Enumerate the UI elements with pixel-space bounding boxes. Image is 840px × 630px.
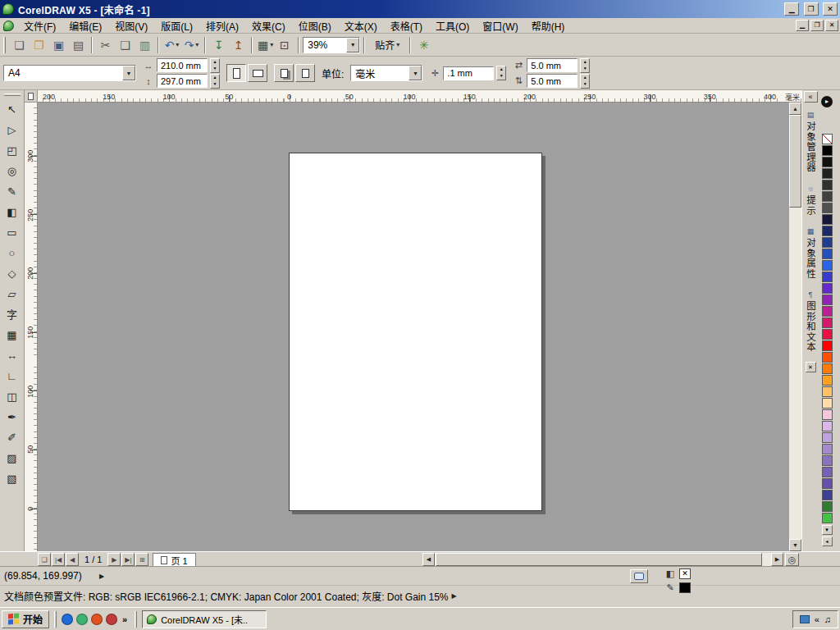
menu-item[interactable]: 视图(V): [108, 17, 154, 34]
zoom-dropdown-arrow-icon[interactable]: ▼: [346, 38, 359, 52]
paper-height-spinner[interactable]: ▲▼: [210, 74, 220, 89]
welcome-screen-button[interactable]: ⊡: [276, 35, 294, 54]
quick-launch-firefox-icon[interactable]: [91, 614, 103, 625]
crop-tool[interactable]: ◰: [2, 140, 23, 161]
ellipse-tool[interactable]: ○: [2, 243, 23, 263]
freehand-tool[interactable]: ✎: [2, 181, 23, 202]
menu-item[interactable]: 效果(C): [245, 17, 292, 34]
zoom-tool[interactable]: ◎: [2, 161, 23, 181]
quick-launch-browser-icon[interactable]: [62, 614, 73, 625]
toolbox-grip[interactable]: [4, 94, 21, 96]
rectangle-tool[interactable]: ▭: [2, 222, 23, 243]
page-tab[interactable]: 页 1: [153, 553, 195, 567]
apply-to-current-page-button[interactable]: [295, 64, 315, 82]
palette-color-swatch[interactable]: [822, 467, 833, 477]
connector-tool[interactable]: ∟: [2, 366, 23, 386]
menu-item[interactable]: 编辑(E): [62, 17, 108, 34]
minimize-button[interactable]: ▁: [784, 2, 799, 16]
nudge-field[interactable]: .1 mm: [443, 66, 494, 80]
preset-dropdown-arrow-icon[interactable]: ▼: [122, 66, 135, 80]
restore-button[interactable]: ❐: [804, 2, 819, 16]
document-minimize-button[interactable]: ▁: [796, 20, 809, 31]
menu-item[interactable]: 帮助(H): [525, 17, 572, 34]
paper-width-spinner[interactable]: ▲▼: [210, 58, 220, 73]
vertical-ruler[interactable]: 300250200150100500: [25, 103, 38, 551]
start-button[interactable]: 开始: [2, 610, 49, 628]
docker-tab-hints[interactable]: ☼ 提示: [804, 185, 817, 216]
palette-color-swatch[interactable]: [822, 501, 833, 512]
scroll-down-button[interactable]: ▼: [789, 539, 801, 551]
palette-color-swatch[interactable]: [822, 386, 833, 397]
scroll-left-button[interactable]: ◀: [422, 553, 435, 566]
palette-scroll-down-button[interactable]: ▼: [822, 525, 833, 535]
palette-color-swatch[interactable]: [822, 180, 833, 190]
palette-color-swatch[interactable]: [822, 340, 833, 351]
document-close-button[interactable]: ✕: [825, 20, 838, 31]
nudge-spinner[interactable]: ▲▼: [496, 66, 506, 80]
duplicate-y-field[interactable]: 5.0 mm: [527, 74, 578, 88]
outline-pen-tool[interactable]: ✐: [2, 427, 23, 448]
palette-color-swatch[interactable]: [822, 409, 833, 420]
palette-color-swatch[interactable]: [822, 191, 833, 202]
quick-launch-overflow-button[interactable]: »: [120, 614, 130, 624]
landscape-button[interactable]: [248, 64, 267, 82]
menu-item[interactable]: 位图(B): [292, 17, 338, 34]
application-launcher-button[interactable]: ▦▾: [256, 35, 275, 54]
palette-color-swatch[interactable]: [822, 513, 833, 523]
palette-color-swatch[interactable]: [822, 283, 833, 294]
palette-color-swatch[interactable]: [822, 317, 833, 328]
palette-color-swatch[interactable]: [822, 478, 833, 489]
quick-launch-mail-icon[interactable]: [106, 614, 117, 625]
palette-color-swatch[interactable]: [822, 306, 833, 317]
paper-height-field[interactable]: 297.0 mm: [157, 74, 208, 88]
palette-color-swatch[interactable]: [822, 455, 833, 466]
interactive-fill-tool[interactable]: ▧: [2, 468, 23, 489]
color-proof-button[interactable]: [630, 569, 648, 583]
palette-color-swatch[interactable]: [822, 294, 833, 305]
palette-color-swatch[interactable]: [822, 157, 833, 167]
duplicate-x-field[interactable]: 5.0 mm: [527, 58, 578, 72]
palette-color-swatch[interactable]: [822, 237, 833, 248]
drawing-canvas[interactable]: [38, 103, 789, 551]
export-button[interactable]: ↥: [229, 35, 248, 54]
paper-width-field[interactable]: 210.0 mm: [157, 58, 208, 72]
menu-item[interactable]: 文本(X): [338, 17, 384, 34]
smart-fill-tool[interactable]: ◧: [2, 202, 23, 222]
palette-color-swatch[interactable]: [822, 203, 833, 213]
last-page-button[interactable]: ▶|: [121, 553, 135, 566]
horizontal-ruler[interactable]: 20015010050050100150200250300350400 毫米: [38, 90, 801, 103]
zoom-level-combobox[interactable]: 39% ▼: [303, 37, 360, 53]
palette-flyout-button[interactable]: ◂: [822, 536, 833, 546]
paste-button[interactable]: ▥: [135, 35, 154, 54]
options-button[interactable]: ✳: [414, 35, 433, 54]
document-page[interactable]: [289, 153, 542, 511]
copy-button[interactable]: ❑: [116, 35, 135, 54]
docker-collapse-button[interactable]: «: [804, 91, 818, 103]
cut-button[interactable]: ✂: [96, 35, 115, 54]
color-eyedropper-tool[interactable]: ✒: [2, 407, 23, 427]
toolbar-grip[interactable]: [3, 37, 6, 53]
vertical-scroll-track[interactable]: [789, 115, 801, 539]
docker-close-button[interactable]: ✕: [806, 362, 816, 372]
navigator-button[interactable]: ◎: [785, 553, 799, 566]
palette-color-swatch[interactable]: [822, 421, 833, 431]
fill-color-swatch[interactable]: ✕: [679, 568, 691, 579]
portrait-button[interactable]: [226, 64, 246, 82]
palette-color-swatch[interactable]: [822, 272, 833, 282]
palette-color-swatch[interactable]: [822, 145, 833, 156]
import-button[interactable]: ↧: [209, 35, 228, 54]
open-button[interactable]: ❐: [30, 35, 48, 54]
palette-color-swatch[interactable]: [822, 168, 833, 179]
taskbar-task-coreldraw[interactable]: CorelDRAW X5 - [未..: [142, 610, 267, 628]
docker-tab-object-properties[interactable]: ▦ 对象属性: [804, 227, 817, 279]
menu-item[interactable]: 工具(O): [429, 17, 476, 34]
document-restore-button[interactable]: ❐: [810, 20, 824, 31]
units-dropdown-arrow-icon[interactable]: ▼: [409, 66, 422, 80]
tray-display-icon[interactable]: [800, 615, 810, 623]
blend-tool[interactable]: ◫: [2, 386, 23, 407]
shape-tool[interactable]: ▷: [2, 120, 23, 140]
palette-color-swatch[interactable]: [822, 398, 833, 409]
fill-tool[interactable]: ▨: [2, 448, 23, 468]
profile-expand-button[interactable]: ▶: [449, 592, 460, 600]
palette-color-swatch[interactable]: [822, 490, 833, 500]
